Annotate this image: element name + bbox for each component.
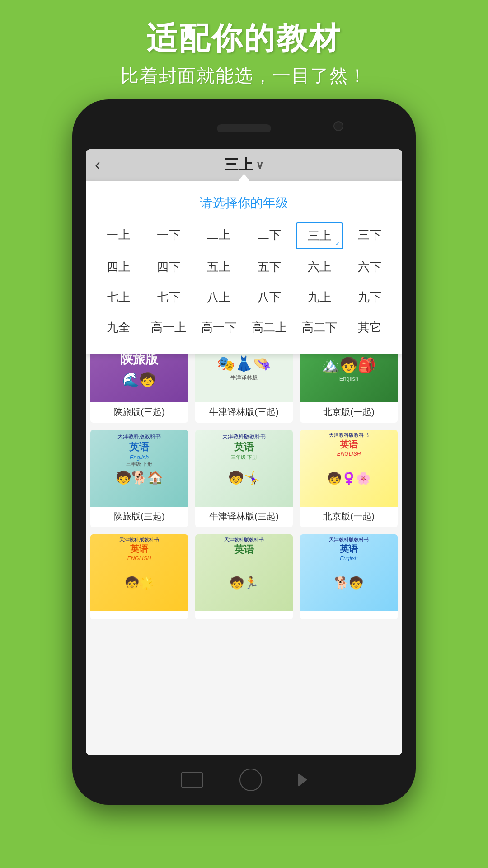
book-label-5: 牛津译林版(三起) xyxy=(207,510,280,523)
book-label-4: 陕旅版(三起) xyxy=(112,510,166,523)
dropdown-indicator xyxy=(239,174,249,181)
book-item-7[interactable]: 天津教科版教科书 英语 ENGLISH 🧒🌟 xyxy=(90,534,188,619)
book-cover-8: 天津教科版教科书 英语 🧒🏃 xyxy=(195,534,293,611)
book-cover-4: 天津教科版教科书 英语 English 三年级 下册 🧒🐕🏠 xyxy=(90,430,188,507)
grade-item-8down[interactable]: 八下 xyxy=(246,285,292,310)
book-cover-7: 天津教科版教科书 英语 ENGLISH 🧒🌟 xyxy=(90,534,188,611)
grade-item-7down[interactable]: 七下 xyxy=(145,285,192,310)
grade-item-3down[interactable]: 三下 xyxy=(347,222,393,249)
book-label-3: 北京版(一起) xyxy=(321,406,376,418)
grade-selector-label: 三上 xyxy=(224,155,253,175)
grade-item-g2up[interactable]: 高二上 xyxy=(246,315,292,340)
grade-item-2up[interactable]: 二上 xyxy=(196,222,242,249)
book-item-5[interactable]: 天津教科版教科书 英语 三年级 下册 🧒🤸‍♀️ 牛津译林版(三起) xyxy=(195,430,293,527)
grade-item-5down[interactable]: 五下 xyxy=(246,255,292,279)
grade-item-g2down[interactable]: 高二下 xyxy=(296,315,343,340)
grade-item-4up[interactable]: 四上 xyxy=(95,255,141,279)
book-cover-5: 天津教科版教科书 英语 三年级 下册 🧒🤸‍♀️ xyxy=(195,430,293,507)
grade-item-7up[interactable]: 七上 xyxy=(95,285,141,310)
book-item-9[interactable]: 天津教科版教科书 英语 English 🐕🧒 xyxy=(300,534,398,619)
book-label-6: 北京版(一起) xyxy=(321,510,376,523)
grade-item-1down[interactable]: 一下 xyxy=(145,222,192,249)
book-label-1: 陕旅版(三起) xyxy=(112,406,166,418)
grade-item-6up[interactable]: 六上 xyxy=(296,255,343,279)
dropdown-label: 请选择你的年级 xyxy=(95,194,393,212)
grade-item-8up[interactable]: 八上 xyxy=(196,285,242,310)
grade-item-5up[interactable]: 五上 xyxy=(196,255,242,279)
nav-home-button[interactable] xyxy=(239,769,262,791)
phone-speaker xyxy=(217,124,271,132)
phone-shell: ‹ 三上 ∨ 请选择你的年级 一上 一下 二上 二下 三上 三下 四上 四下 五… xyxy=(72,99,416,805)
phone-screen: ‹ 三上 ∨ 请选择你的年级 一上 一下 二上 二下 三上 三下 四上 四下 五… xyxy=(86,149,402,755)
grade-item-3up[interactable]: 三上 xyxy=(296,222,343,249)
grade-item-2down[interactable]: 二下 xyxy=(246,222,292,249)
book-item-8[interactable]: 天津教科版教科书 英语 🧒🏃 xyxy=(195,534,293,619)
grade-dropdown: 请选择你的年级 一上 一下 二上 二下 三上 三下 四上 四下 五上 五下 六上… xyxy=(86,181,402,354)
grade-item-6down[interactable]: 六下 xyxy=(347,255,393,279)
chevron-down-icon[interactable]: ∨ xyxy=(256,159,264,171)
grade-grid: 一上 一下 二上 二下 三上 三下 四上 四下 五上 五下 六上 六下 七上 七… xyxy=(95,222,393,340)
grade-item-4down[interactable]: 四下 xyxy=(145,255,192,279)
back-button[interactable]: ‹ xyxy=(95,156,100,175)
grade-item-other[interactable]: 其它 xyxy=(347,315,393,340)
phone-navigation xyxy=(181,769,307,791)
grade-item-9all[interactable]: 九全 xyxy=(95,315,141,340)
nav-back-button[interactable] xyxy=(298,773,307,787)
grade-item-9down[interactable]: 九下 xyxy=(347,285,393,310)
page-title: 适配你的教材 xyxy=(0,18,488,59)
book-grid: 六年级 上册 陕旅版 🌊🧒 陕旅版(三起) FANCY DRESS PARTY … xyxy=(86,321,402,755)
header-title: 三上 ∨ xyxy=(224,155,264,175)
book-label-2: 牛津译林版(三起) xyxy=(207,406,280,418)
nav-recents-button[interactable] xyxy=(181,772,203,788)
grade-item-g1up[interactable]: 高一上 xyxy=(145,315,192,340)
grade-item-g1down[interactable]: 高一下 xyxy=(196,315,242,340)
grade-item-9up[interactable]: 九上 xyxy=(296,285,343,310)
page-subtitle: 比着封面就能选，一目了然！ xyxy=(0,63,488,88)
book-cover-6: 天津教科版教科书 英语 ENGLISH 🧒‍♀️🌸 xyxy=(300,430,398,507)
book-item-6[interactable]: 天津教科版教科书 英语 ENGLISH 🧒‍♀️🌸 北京版(一起) xyxy=(300,430,398,527)
phone-camera xyxy=(333,121,343,131)
grade-item-1up[interactable]: 一上 xyxy=(95,222,141,249)
book-cover-9: 天津教科版教科书 英语 English 🐕🧒 xyxy=(300,534,398,611)
book-item-4[interactable]: 天津教科版教科书 英语 English 三年级 下册 🧒🐕🏠 陕旅版(三起) xyxy=(90,430,188,527)
